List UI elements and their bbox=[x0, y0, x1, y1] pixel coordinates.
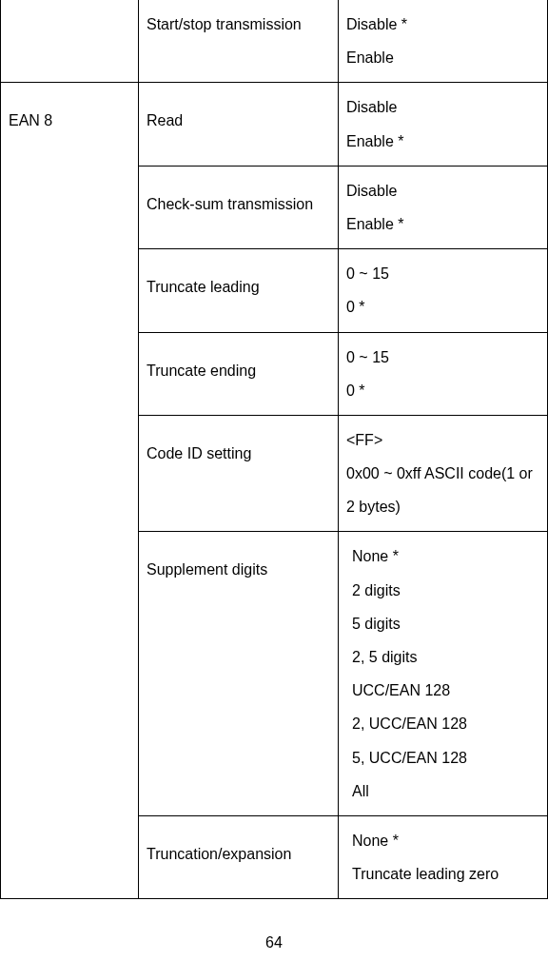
text: Read bbox=[147, 104, 330, 137]
cell-group-ean8: EAN 8 bbox=[1, 83, 139, 899]
text: Truncate leading bbox=[147, 270, 330, 304]
value-default: 0 * bbox=[346, 374, 539, 407]
row-continuation: Start/stop transmission Disable * Enable bbox=[1, 0, 548, 83]
cell-checksum-label: Check-sum transmission bbox=[139, 166, 339, 248]
cell-trunc-lead-values: 0 ~ 15 0 * bbox=[339, 249, 548, 332]
value-ucc128: UCC/EAN 128 bbox=[346, 674, 539, 707]
cell-codeid-label: Code ID setting bbox=[139, 415, 339, 532]
value-25digits: 2, 5 digits bbox=[346, 640, 539, 674]
text: Supplement digits bbox=[147, 553, 330, 586]
value-trunc-leading-zero: Truncate leading zero bbox=[346, 866, 499, 882]
row-read: EAN 8 Read Disable Enable * bbox=[1, 83, 548, 166]
page-number: 64 bbox=[0, 926, 548, 959]
value-range: 0 ~ 15 bbox=[346, 341, 539, 374]
value-enable: Enable * bbox=[346, 125, 539, 158]
value-range: 0 ~ 15 bbox=[346, 257, 539, 290]
cell-codeid-values: <FF> 0x00 ~ 0xff ASCII code(1 or 2 bytes… bbox=[339, 415, 548, 532]
value-default: 0 * bbox=[346, 290, 539, 323]
text: Start/stop transmission bbox=[147, 8, 330, 41]
text: Code ID setting bbox=[147, 437, 330, 470]
cell-supplement-values: None * 2 digits 5 digits 2, 5 digits UCC… bbox=[339, 532, 548, 816]
group-label: EAN 8 bbox=[9, 104, 130, 137]
cell-group-prev bbox=[1, 0, 139, 83]
cell-start-stop-label: Start/stop transmission bbox=[139, 0, 339, 83]
cell-trunc-lead-label: Truncate leading bbox=[139, 249, 339, 332]
text: Check-sum transmission bbox=[147, 187, 330, 221]
value-none: None * bbox=[346, 824, 539, 857]
value-5digits: 5 digits bbox=[346, 607, 539, 640]
value-2ucc128: 2, UCC/EAN 128 bbox=[346, 707, 539, 740]
value-default: <FF> bbox=[346, 423, 539, 457]
settings-table: Start/stop transmission Disable * Enable… bbox=[0, 0, 548, 899]
cell-supplement-label: Supplement digits bbox=[139, 532, 339, 816]
cell-checksum-values: Disable Enable * bbox=[339, 166, 548, 248]
value-all: All bbox=[346, 774, 539, 808]
value-disable: Disable * bbox=[346, 8, 539, 41]
value-none: None * bbox=[346, 539, 539, 573]
value-enable: Enable bbox=[346, 41, 539, 74]
cell-read-label: Read bbox=[139, 83, 339, 166]
cell-read-values: Disable Enable * bbox=[339, 83, 548, 166]
cell-trunc-exp-label: Truncation/expansion bbox=[139, 815, 339, 898]
value-disable: Disable bbox=[346, 90, 539, 124]
value-2digits: 2 digits bbox=[346, 574, 539, 607]
cell-trunc-end-label: Truncate ending bbox=[139, 332, 339, 415]
value-enable: Enable * bbox=[346, 207, 539, 241]
text: Truncate ending bbox=[147, 354, 330, 387]
value-range: 0x00 ~ 0xff ASCII code(1 or 2 bytes) bbox=[346, 457, 539, 523]
value-disable: Disable bbox=[346, 174, 539, 207]
cell-trunc-end-values: 0 ~ 15 0 * bbox=[339, 332, 548, 415]
value-5ucc128: 5, UCC/EAN 128 bbox=[346, 741, 539, 774]
cell-trunc-exp-values: None * Truncate leading zero bbox=[339, 815, 548, 898]
text: Truncation/expansion bbox=[147, 837, 330, 871]
cell-start-stop-values: Disable * Enable bbox=[339, 0, 548, 83]
